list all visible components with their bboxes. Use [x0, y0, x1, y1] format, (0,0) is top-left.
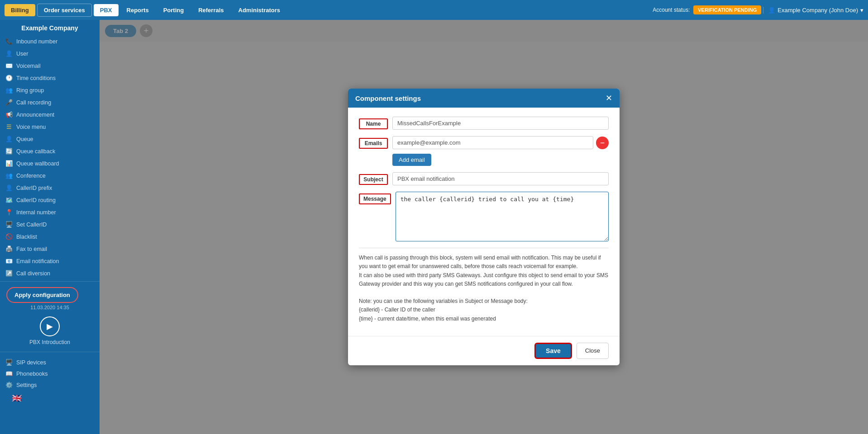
sidebar-item-fax-to-email[interactable]: 🖨️ Fax to email	[0, 243, 100, 255]
announcement-icon: 📢	[5, 111, 13, 118]
internal-number-icon: 📍	[5, 209, 13, 216]
wallboard-icon: 📊	[5, 160, 13, 167]
sidebar-item-call-diversion[interactable]: ↗️ Call diversion	[0, 267, 100, 279]
subject-form-row: Subject	[359, 172, 609, 185]
sidebar-item-announcement[interactable]: 📢 Announcement	[0, 108, 100, 121]
close-button[interactable]: Close	[577, 343, 609, 359]
modal-body: Name Emails − Add email	[348, 108, 620, 336]
sidebar-label-callerid-prefix: CallerID prefix	[16, 185, 52, 191]
modal-footer: Save Close	[348, 336, 620, 365]
sidebar-item-internal-number[interactable]: 📍 Internal number	[0, 206, 100, 218]
sidebar-item-queue-wallboard[interactable]: 📊 Queue wallboard	[0, 157, 100, 170]
modal-info-text: When call is passing through this block,…	[359, 248, 609, 327]
sidebar-item-user[interactable]: 👤 User	[0, 47, 100, 60]
sidebar-label-set-callerid: Set CallerID	[16, 222, 47, 228]
save-button[interactable]: Save	[534, 343, 572, 359]
phonebooks-icon: 📖	[5, 370, 13, 377]
modal-header: Component settings ✕	[348, 89, 620, 108]
sidebar-label-call-recording: Call recording	[16, 99, 51, 106]
callerid-prefix-icon: 👤	[5, 184, 13, 191]
email-notification-icon: 📧	[5, 258, 13, 264]
porting-nav-btn[interactable]: Porting	[157, 4, 191, 16]
voice-menu-icon: ☰	[5, 123, 13, 130]
fax-icon: 🖨️	[5, 245, 13, 252]
name-label: Name	[359, 118, 388, 129]
flag-icon: 🇬🇧	[5, 391, 94, 406]
voicemail-icon: ✉️	[5, 62, 13, 69]
sidebar-item-settings[interactable]: ⚙️ Settings	[5, 379, 94, 391]
sidebar-item-callerid-routing[interactable]: 🗺️ CallerID routing	[0, 194, 100, 206]
account-status-label: Account status:	[653, 7, 690, 13]
sidebar-label-email-notification: Email notification	[16, 258, 59, 264]
call-diversion-icon: ↗️	[5, 270, 13, 277]
sidebar-label-settings: Settings	[16, 382, 37, 388]
order-services-nav-btn[interactable]: Order services	[37, 4, 92, 17]
callback-icon: 🔄	[5, 148, 13, 155]
modal-title: Component settings	[355, 94, 421, 102]
play-button[interactable]: ▶	[40, 316, 60, 336]
sidebar-item-time-conditions[interactable]: 🕐 Time conditions	[0, 72, 100, 84]
sidebar-item-sip-devices[interactable]: 🖥️ SIP devices	[5, 357, 94, 368]
remove-email-button[interactable]: −	[596, 137, 609, 149]
sidebar-label-queue-wallboard: Queue wallboard	[16, 160, 59, 167]
sidebar-item-call-recording[interactable]: 🎤 Call recording	[0, 96, 100, 108]
top-navigation: Billing Order services PBX Reports Porti…	[0, 0, 868, 20]
apply-configuration-button[interactable]: Apply configuration	[6, 287, 78, 303]
sidebar: Example Company 📞 Inbound number 👤 User …	[0, 20, 100, 434]
sidebar-divider	[0, 281, 100, 282]
sidebar-label-inbound-number: Inbound number	[16, 38, 57, 45]
pbx-intro-section: ▶ PBX Introduction	[0, 313, 100, 350]
sidebar-label-fax-to-email: Fax to email	[16, 246, 47, 252]
message-field-inputs	[396, 192, 609, 241]
email-row: −	[392, 136, 609, 149]
sidebar-item-voice-menu[interactable]: ☰ Voice menu	[0, 121, 100, 133]
sidebar-label-queue: Queue	[16, 136, 33, 142]
referrals-nav-btn[interactable]: Referrals	[192, 4, 230, 16]
sidebar-item-inbound-number[interactable]: 📞 Inbound number	[0, 35, 100, 47]
administrators-nav-btn[interactable]: Administrators	[232, 4, 286, 16]
user-icon: 👤	[5, 50, 13, 57]
name-form-row: Name	[359, 117, 609, 130]
sidebar-item-voicemail[interactable]: ✉️ Voicemail	[0, 60, 100, 72]
set-callerid-icon: 🖥️	[5, 221, 13, 228]
ring-group-icon: 👥	[5, 87, 13, 94]
clock-icon: 🕐	[5, 75, 13, 81]
sidebar-item-conference[interactable]: 👥 Conference	[0, 170, 100, 182]
sidebar-item-queue-callback[interactable]: 🔄 Queue callback	[0, 145, 100, 157]
sidebar-item-set-callerid[interactable]: 🖥️ Set CallerID	[0, 218, 100, 231]
message-textarea[interactable]	[396, 192, 609, 241]
sidebar-label-queue-callback: Queue callback	[16, 148, 55, 155]
sidebar-label-internal-number: Internal number	[16, 209, 56, 216]
blacklist-icon: 🚫	[5, 233, 13, 240]
name-field-inputs	[392, 117, 609, 130]
apply-config-timestamp: 11.03.2020 14:35	[0, 305, 100, 313]
sidebar-label-call-diversion: Call diversion	[16, 270, 50, 277]
pbx-nav-btn[interactable]: PBX	[94, 4, 119, 16]
email-input[interactable]	[392, 136, 593, 149]
user-menu[interactable]: 👤 Example Company (John Doe) ▾	[763, 7, 863, 14]
main-layout: Example Company 📞 Inbound number 👤 User …	[0, 20, 868, 434]
phone-icon: 📞	[5, 38, 13, 45]
sidebar-divider-2	[0, 352, 100, 352]
sidebar-label-phonebooks: Phonebooks	[16, 371, 48, 377]
content-area: Tab 2 + Component settings ✕	[100, 20, 868, 434]
sidebar-item-email-notification[interactable]: 📧 Email notification	[0, 255, 100, 267]
sidebar-label-ring-group: Ring group	[16, 87, 44, 94]
sidebar-item-phonebooks[interactable]: 📖 Phonebooks	[5, 368, 94, 379]
company-name: Example Company	[0, 20, 100, 35]
conference-icon: 👥	[5, 172, 13, 179]
verification-badge[interactable]: VERIFICATION PENDING	[693, 5, 761, 14]
sidebar-item-ring-group[interactable]: 👥 Ring group	[0, 84, 100, 96]
modal-close-button[interactable]: ✕	[606, 94, 612, 102]
add-email-button[interactable]: Add email	[392, 154, 431, 166]
recording-icon: 🎤	[5, 99, 13, 106]
queue-icon: 👤	[5, 136, 13, 142]
sidebar-item-blacklist[interactable]: 🚫 Blacklist	[0, 231, 100, 243]
sidebar-item-callerid-prefix[interactable]: 👤 CallerID prefix	[0, 182, 100, 194]
sidebar-item-queue[interactable]: 👤 Queue	[0, 133, 100, 145]
billing-nav-btn[interactable]: Billing	[5, 4, 35, 16]
subject-field-inputs	[392, 172, 609, 185]
reports-nav-btn[interactable]: Reports	[120, 4, 155, 16]
subject-input[interactable]	[392, 172, 609, 185]
name-input[interactable]	[392, 117, 609, 130]
